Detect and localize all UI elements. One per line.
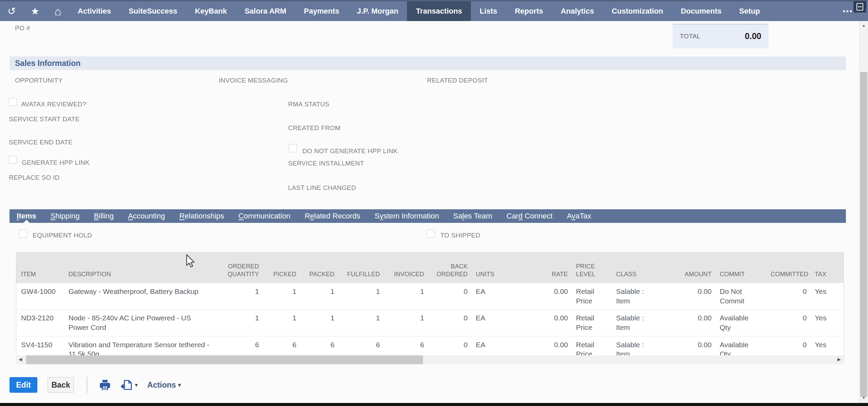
subtab-communication[interactable]: Communication <box>231 209 298 223</box>
page-vertical-scrollbar[interactable]: ▲ ▼ <box>859 21 868 403</box>
cell-packed: 1 <box>300 310 338 336</box>
cell-commit: Available Qty <box>715 310 766 336</box>
cell-picked: 1 <box>263 283 300 309</box>
nav-menu: ActivitiesSuiteSuccessKeyBankSalora ARMP… <box>69 1 769 21</box>
subtab-card-connect[interactable]: Card Connect <box>499 209 560 223</box>
generate-hpp-link-checkbox[interactable] <box>9 156 17 164</box>
do-not-generate-hpp-link-checkbox[interactable] <box>289 144 297 152</box>
nav-item-lists[interactable]: Lists <box>471 1 506 21</box>
subtab-avatax[interactable]: AvaTax <box>560 209 598 223</box>
column-header-picked: PICKED <box>263 252 300 283</box>
subtab-bar: ItemsShippingBillingAccountingRelationsh… <box>10 209 846 223</box>
items-table-horizontal-scrollbar[interactable]: ◀ ▶ <box>16 355 844 364</box>
do-not-generate-hpp-link-label: DO NOT GENERATE HPP LINK <box>302 147 398 155</box>
nav-item-documents[interactable]: Documents <box>672 1 730 21</box>
cell-price-level: Retail Price <box>571 283 612 309</box>
cell-class: Salable : Item <box>612 283 669 309</box>
cell-fulfilled: 1 <box>338 283 384 309</box>
cell-units: EA <box>471 310 532 336</box>
print-icon[interactable] <box>99 379 111 391</box>
column-header-commit: COMMIT <box>715 252 766 283</box>
footer-action-bar: Edit Back ▾ Actions ▾ <box>10 376 181 393</box>
total-label: TOTAL <box>680 33 701 40</box>
nav-item-keybank[interactable]: KeyBank <box>186 1 236 21</box>
cell-price-level: Retail Price <box>571 310 612 336</box>
scroll-right-icon[interactable]: ▶ <box>837 357 841 362</box>
subtab-related-records[interactable]: Related Records <box>298 209 368 223</box>
column-header-amount: AMOUNT <box>669 252 715 283</box>
cell-picked: 1 <box>263 310 300 336</box>
home-icon[interactable]: ⌂ <box>47 1 69 21</box>
item-link[interactable]: GW4-1000 <box>16 283 64 309</box>
subtab-relationships[interactable]: Relationships <box>172 209 231 223</box>
avatax-reviewed-label: AVATAX REVIEWED? <box>21 101 86 108</box>
cell-amount: 0.00 <box>669 283 715 309</box>
cell-rate: 0.00 <box>532 310 571 336</box>
vertical-scrollbar-thumb[interactable] <box>860 72 867 397</box>
nav-item-setup[interactable]: Setup <box>730 1 769 21</box>
mouse-cursor <box>185 254 196 270</box>
nav-item-salora-arm[interactable]: Salora ARM <box>236 1 295 21</box>
equipment-hold-checkbox[interactable] <box>19 230 27 238</box>
cell-invoiced: 1 <box>384 283 428 309</box>
nav-item-suitesuccess[interactable]: SuiteSuccess <box>120 1 186 21</box>
cell-units: EA <box>471 283 532 309</box>
items-table: ITEMDESCRIPTIONORDERED QUANTITYPICKEDPAC… <box>16 252 844 363</box>
footer-divider <box>87 377 87 393</box>
scroll-down-icon[interactable]: ▼ <box>860 395 868 400</box>
list-view-toggle-button[interactable] <box>853 1 866 13</box>
nav-item-analytics[interactable]: Analytics <box>552 1 603 21</box>
netsuite-sales-order-page: ↺ ★ ⌂ ActivitiesSuiteSuccessKeyBankSalor… <box>0 0 868 406</box>
cell-committed: 0 <box>766 283 810 309</box>
shortcuts-star-icon[interactable]: ★ <box>23 1 47 21</box>
nav-item-reports[interactable]: Reports <box>506 1 552 21</box>
nav-item-payments[interactable]: Payments <box>295 1 348 21</box>
back-button[interactable]: Back <box>48 377 74 393</box>
opportunity-label: OPPORTUNITY <box>15 77 63 84</box>
scroll-left-icon[interactable]: ◀ <box>19 357 22 362</box>
subtab-shipping[interactable]: Shipping <box>43 209 87 223</box>
to-shipped-label: TO SHIPPED <box>440 232 480 239</box>
column-header-fulfilled: FULFILLED <box>338 252 384 283</box>
column-header-committed: COMMITTED <box>766 252 810 283</box>
cell-rate: 0.00 <box>532 283 571 309</box>
column-header-rate: RATE <box>532 252 571 283</box>
bottom-window-edge <box>0 403 868 406</box>
column-header-invoiced: INVOICED <box>384 252 428 283</box>
edit-button[interactable]: Edit <box>10 377 37 393</box>
total-value: 0.00 <box>745 31 761 41</box>
avatax-reviewed-checkbox[interactable] <box>9 98 17 106</box>
column-header-price-level: PRICE LEVEL <box>571 252 612 283</box>
nav-item-activities[interactable]: Activities <box>69 1 120 21</box>
subtab-items[interactable]: Items <box>10 209 43 223</box>
add-record-icon[interactable] <box>120 379 133 391</box>
actions-menu[interactable]: Actions ▾ <box>147 381 181 390</box>
scroll-up-icon[interactable]: ▲ <box>860 23 868 28</box>
cell-back-ordered: 0 <box>428 283 471 309</box>
nav-item-customization[interactable]: Customization <box>603 1 672 21</box>
cell-ordered-quantity: 1 <box>213 310 263 336</box>
nav-item-j-p-morgan[interactable]: J.P. Morgan <box>348 1 407 21</box>
cell-commit: Do Not Commit <box>715 283 766 309</box>
column-header-class: CLASS <box>612 252 669 283</box>
service-start-date-label: SERVICE START DATE <box>9 116 79 123</box>
horizontal-scrollbar-thumb[interactable] <box>26 355 423 364</box>
column-header-ordered-quantity: ORDERED QUANTITY <box>213 252 263 283</box>
cell-description: Node - 85-240v AC Line Powered - US Powe… <box>64 310 213 336</box>
cell-tax: Yes <box>810 283 844 309</box>
actions-caret-icon: ▾ <box>178 382 181 389</box>
subtab-sales-team[interactable]: Sales Team <box>446 209 499 223</box>
subtab-accounting[interactable]: Accounting <box>121 209 172 223</box>
add-record-caret-icon[interactable]: ▾ <box>135 382 138 389</box>
item-link[interactable]: ND3-2120 <box>16 310 64 336</box>
subtab-system-information[interactable]: System Information <box>368 209 446 223</box>
column-header-item: ITEM <box>16 252 64 283</box>
nav-item-transactions[interactable]: Transactions <box>407 1 471 21</box>
subtab-billing[interactable]: Billing <box>87 209 121 223</box>
list-view-icon <box>856 3 863 11</box>
cell-fulfilled: 1 <box>338 310 384 336</box>
column-header-back-ordered: BACK ORDERED <box>428 252 471 283</box>
to-shipped-checkbox[interactable] <box>427 230 435 238</box>
recent-records-icon[interactable]: ↺ <box>0 1 23 21</box>
related-deposit-label: RELATED DEPOSIT <box>427 77 488 84</box>
